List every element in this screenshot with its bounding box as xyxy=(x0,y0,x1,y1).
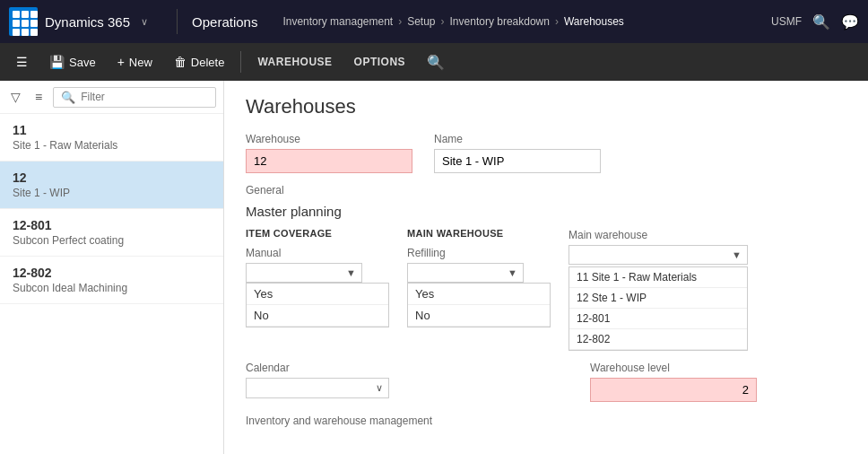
name-input[interactable] xyxy=(434,149,601,173)
mp-columns: ITEM COVERAGE Manual ▼ Yes No xyxy=(246,228,846,351)
delete-label: Delete xyxy=(191,56,225,69)
breadcrumb-item-2[interactable]: Setup xyxy=(407,15,435,28)
sidebar-item-12-801[interactable]: 12-801 Subcon Perfect coating xyxy=(0,209,223,257)
warehouse-field: Warehouse xyxy=(246,133,412,173)
warehouse-label: Warehouse xyxy=(246,133,412,145)
app-name: Operations xyxy=(192,14,257,30)
main-warehouse-header: MAIN WAREHOUSE xyxy=(407,228,551,239)
breadcrumb-sep-3: › xyxy=(555,15,559,28)
master-planning-section: Master planning ITEM COVERAGE Manual ▼ Y… xyxy=(246,204,846,427)
tab-options[interactable]: OPTIONS xyxy=(345,50,415,74)
main-layout: ▽ ≡ 🔍 11 Site 1 - Raw Materials 12 Site … xyxy=(0,81,868,454)
warehouse-input[interactable] xyxy=(246,149,412,173)
refilling-chevron-icon: ▼ xyxy=(508,267,517,278)
brand-title[interactable]: Dynamics 365 xyxy=(45,14,130,30)
sidebar-item-name: Subcon Ideal Machining xyxy=(13,282,211,294)
breadcrumb-sep-2: › xyxy=(441,15,445,28)
manual-yes-option[interactable]: Yes xyxy=(247,284,388,305)
sidebar-item-id: 12-802 xyxy=(13,266,211,280)
sidebar-list: 11 Site 1 - Raw Materials 12 Site 1 - WI… xyxy=(0,114,223,454)
toolbar: ☰ 💾 Save + New 🗑 Delete WAREHOUSE OPTION… xyxy=(0,43,868,81)
sidebar-toolbar: ▽ ≡ 🔍 xyxy=(0,81,223,114)
save-label: Save xyxy=(69,56,96,69)
manual-dropdown[interactable]: ▼ xyxy=(246,263,362,283)
calendar-label: Calendar xyxy=(246,362,389,374)
filter-toggle-icon[interactable]: ▽ xyxy=(7,86,24,108)
sidebar-item-name: Site 1 - WIP xyxy=(13,187,211,199)
breadcrumb-item-1[interactable]: Inventory management xyxy=(282,15,393,28)
inv-section-label: Inventory and warehouse management xyxy=(246,415,846,427)
manual-no-option[interactable]: No xyxy=(247,305,388,327)
page-title: Warehouses xyxy=(246,95,846,118)
chat-icon[interactable]: 💬 xyxy=(841,13,859,31)
search-icon[interactable]: 🔍 xyxy=(812,13,830,31)
app-launcher-button[interactable] xyxy=(9,7,38,36)
brand-chevron-icon[interactable]: ∨ xyxy=(141,16,148,28)
calendar-field: Calendar ∨ xyxy=(246,362,389,402)
refilling-yes-option[interactable]: Yes xyxy=(408,284,550,305)
nav-right: USMF 🔍 💬 xyxy=(771,13,859,31)
refilling-dropdown-list: Yes No xyxy=(407,283,551,327)
breadcrumb: Inventory management › Setup › Inventory… xyxy=(282,15,764,28)
delete-button[interactable]: 🗑 Delete xyxy=(165,49,234,74)
master-planning-title: Master planning xyxy=(246,204,846,219)
hamburger-icon: ☰ xyxy=(16,55,28,69)
main-wh-option-3[interactable]: 12-802 xyxy=(569,329,747,350)
sidebar-item-id: 12-801 xyxy=(13,218,211,232)
main-warehouse-col: MAIN WAREHOUSE Refilling ▼ Yes No xyxy=(407,228,569,351)
new-label: New xyxy=(129,56,152,69)
item-coverage-col: ITEM COVERAGE Manual ▼ Yes No xyxy=(246,228,407,351)
refilling-no-option[interactable]: No xyxy=(408,305,550,327)
name-label: Name xyxy=(434,133,601,145)
warehouse-level-field: Warehouse level xyxy=(590,362,757,402)
manual-label: Manual xyxy=(246,247,281,259)
main-wh-option-0[interactable]: 11 Site 1 - Raw Materials xyxy=(569,267,747,288)
new-button[interactable]: + New xyxy=(108,49,161,74)
item-coverage-header: ITEM COVERAGE xyxy=(246,228,389,239)
filter-search-icon: 🔍 xyxy=(61,91,75,104)
toolbar-separator xyxy=(240,51,241,73)
breadcrumb-item-3[interactable]: Inventory breakdown xyxy=(450,15,550,28)
refilling-dropdown[interactable]: ▼ xyxy=(407,263,524,283)
breadcrumb-sep-1: › xyxy=(398,15,402,28)
sidebar-item-id: 12 xyxy=(13,170,211,185)
calendar-chevron-icon: ∨ xyxy=(376,382,383,394)
main-wh-dropdown[interactable]: ▼ xyxy=(569,245,748,265)
general-label: General xyxy=(246,184,846,196)
save-button[interactable]: 💾 Save xyxy=(40,49,105,74)
company-code[interactable]: USMF xyxy=(771,15,802,28)
tab-warehouse[interactable]: WAREHOUSE xyxy=(248,50,341,74)
sidebar-item-12[interactable]: 12 Site 1 - WIP xyxy=(0,162,223,209)
main-wh-option-2[interactable]: 12-801 xyxy=(569,309,747,329)
list-view-icon[interactable]: ≡ xyxy=(31,86,46,108)
main-wh-chevron-icon: ▼ xyxy=(732,249,742,260)
filter-input[interactable] xyxy=(81,91,208,103)
warehouse-level-label: Warehouse level xyxy=(590,362,757,374)
toolbar-search-icon[interactable]: 🔍 xyxy=(425,51,447,73)
calendar-dropdown[interactable]: ∨ xyxy=(246,378,389,398)
main-wh-list: 11 Site 1 - Raw Materials 12 Ste 1 - WIP… xyxy=(569,266,748,351)
main-wh-option-1[interactable]: 12 Ste 1 - WIP xyxy=(569,288,747,309)
breadcrumb-item-4[interactable]: Warehouses xyxy=(564,15,624,28)
warehouse-name-row: Warehouse Name xyxy=(246,133,846,173)
nav-divider xyxy=(177,9,178,34)
sidebar-item-12-802[interactable]: 12-802 Subcon Ideal Machining xyxy=(0,257,223,304)
name-field: Name xyxy=(434,133,601,173)
sidebar-item-11[interactable]: 11 Site 1 - Raw Materials xyxy=(0,114,223,162)
manual-dropdown-list: Yes No xyxy=(246,283,389,327)
hamburger-button[interactable]: ☰ xyxy=(7,49,37,74)
warehouse-level-input[interactable] xyxy=(590,378,757,402)
sidebar-item-name: Site 1 - Raw Materials xyxy=(13,139,211,152)
main-warehouse-col-label: Main warehouse xyxy=(569,229,647,241)
sidebar: ▽ ≡ 🔍 11 Site 1 - Raw Materials 12 Site … xyxy=(0,81,224,454)
delete-icon: 🗑 xyxy=(174,55,187,69)
calendar-wl-row: Calendar ∨ Warehouse level xyxy=(246,362,846,402)
manual-chevron-icon: ▼ xyxy=(346,267,356,278)
save-icon: 💾 xyxy=(49,55,65,69)
content-area: Warehouses Warehouse Name General Master… xyxy=(224,81,868,454)
main-wh-selector-col: Main warehouse ▼ 11 Site 1 - Raw Materia… xyxy=(569,228,766,351)
sidebar-item-id: 11 xyxy=(13,123,211,137)
sidebar-item-name: Subcon Perfect coating xyxy=(13,234,211,247)
filter-box: 🔍 xyxy=(53,87,216,108)
new-icon: + xyxy=(117,55,125,69)
